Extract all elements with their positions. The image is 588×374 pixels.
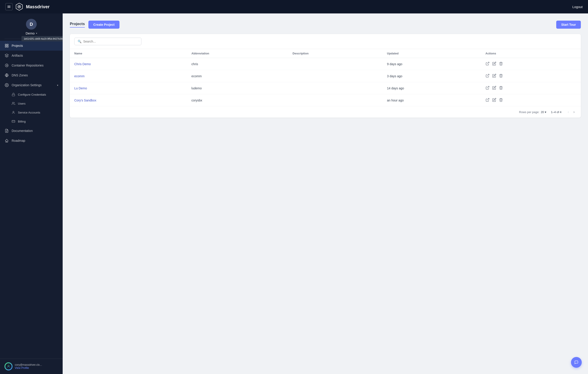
svg-point-5 bbox=[19, 6, 20, 7]
pagination-next-button[interactable]: › bbox=[572, 109, 576, 115]
billing-icon bbox=[12, 120, 15, 123]
cell-abbreviation-0: chris bbox=[187, 58, 288, 70]
sidebar-item-roadmap-label: Roadmap bbox=[12, 139, 25, 143]
svg-rect-0 bbox=[7, 6, 10, 6]
svg-line-18 bbox=[487, 86, 489, 88]
chat-button[interactable] bbox=[571, 357, 582, 368]
cell-name-2: Lu Demo bbox=[70, 82, 187, 94]
action-open-icon-0[interactable] bbox=[485, 62, 490, 66]
header-left: Massdriver bbox=[5, 3, 50, 11]
sidebar-item-dns-zones[interactable]: DNS Zones bbox=[0, 70, 63, 80]
table-body: Chris Demo chris 9 days ago bbox=[70, 58, 581, 106]
main-content: Projects Create Project Start Tour 🔍 Nam… bbox=[63, 13, 588, 374]
sidebar-item-credentials-label: Configure Credentials bbox=[18, 93, 46, 96]
sidebar-item-users[interactable]: Users bbox=[0, 99, 63, 108]
project-link-0[interactable]: Chris Demo bbox=[74, 62, 91, 66]
rows-per-page-selector[interactable]: 20 ▾ bbox=[541, 110, 546, 114]
artifacts-icon bbox=[4, 53, 9, 58]
search-icon: 🔍 bbox=[78, 40, 82, 43]
svg-line-16 bbox=[487, 62, 489, 64]
sidebar: D Demo ▾ 1b5142f1-cb69-4a19-9f5d-8427b38… bbox=[0, 13, 63, 374]
project-link-1[interactable]: ecomm bbox=[74, 74, 84, 78]
action-edit-icon-0[interactable] bbox=[492, 62, 496, 66]
create-project-button[interactable]: Create Project bbox=[88, 21, 119, 29]
sidebar-item-documentation[interactable]: Documentation bbox=[0, 126, 63, 136]
action-open-icon-3[interactable] bbox=[485, 98, 490, 103]
roadmap-icon bbox=[4, 138, 9, 143]
cell-actions-2 bbox=[481, 82, 581, 94]
footer-user-info: cory@massdriver.clo... View Profile bbox=[15, 363, 42, 370]
project-link-2[interactable]: Lu Demo bbox=[74, 87, 87, 90]
cell-actions-3 bbox=[481, 94, 581, 106]
cell-updated-0: 9 days ago bbox=[383, 58, 481, 70]
sidebar-item-users-label: Users bbox=[18, 102, 25, 105]
user-name-row[interactable]: Demo ▾ bbox=[25, 31, 37, 35]
pagination-prev-button[interactable]: ‹ bbox=[566, 109, 571, 115]
svg-point-10 bbox=[12, 102, 13, 103]
sidebar-item-projects-label: Projects bbox=[12, 44, 23, 47]
cell-description-2 bbox=[288, 82, 383, 94]
sidebar-item-org-settings[interactable]: Organization Settings ▾ bbox=[0, 80, 63, 90]
cell-actions-1 bbox=[481, 70, 581, 82]
sidebar-item-documentation-label: Documentation bbox=[12, 129, 33, 132]
table-row: Chris Demo chris 9 days ago bbox=[70, 58, 581, 70]
sidebar-item-roadmap[interactable]: Roadmap bbox=[0, 136, 63, 146]
action-open-icon-1[interactable] bbox=[485, 74, 490, 78]
sidebar-item-artifacts[interactable]: Artifacts bbox=[0, 51, 63, 60]
cell-description-1 bbox=[288, 70, 383, 82]
sidebar-item-projects[interactable]: Projects bbox=[0, 41, 63, 51]
sidebar-footer: cory@massdriver.clo... View Profile bbox=[0, 359, 63, 374]
search-wrapper: 🔍 bbox=[74, 38, 141, 45]
table-row: Cory's Sandbox corysbx an hour ago bbox=[70, 94, 581, 106]
table-row: ecomm ecomm 3 days ago bbox=[70, 70, 581, 82]
page-header-left: Projects Create Project bbox=[70, 21, 119, 29]
sidebar-item-artifacts-label: Artifacts bbox=[12, 54, 23, 57]
action-delete-icon-1[interactable] bbox=[499, 74, 503, 78]
sidebar-item-container-repositories[interactable]: Container Repositories bbox=[0, 60, 63, 70]
action-delete-icon-3[interactable] bbox=[499, 98, 503, 103]
user-name-label: Demo bbox=[25, 31, 34, 35]
cell-name-1: ecomm bbox=[70, 70, 187, 82]
col-header-abbreviation: Abbreviation bbox=[187, 49, 288, 58]
sidebar-item-billing[interactable]: Billing bbox=[0, 117, 63, 126]
pagination-buttons: ‹ › bbox=[566, 109, 576, 115]
cell-abbreviation-3: corysbx bbox=[187, 94, 288, 106]
action-delete-icon-2[interactable] bbox=[499, 86, 503, 90]
search-input[interactable] bbox=[83, 40, 128, 43]
user-name-tooltip-container: Demo ▾ 1b5142f1-cb69-4a19-9f5d-8427b3844… bbox=[25, 31, 37, 35]
sidebar-item-billing-label: Billing bbox=[18, 120, 26, 123]
org-settings-expand-icon: ▾ bbox=[57, 84, 58, 87]
sidebar-toggle-button[interactable] bbox=[5, 3, 12, 10]
dns-icon bbox=[4, 73, 9, 77]
rows-per-page-chevron: ▾ bbox=[545, 110, 546, 114]
action-delete-icon-0[interactable] bbox=[499, 62, 503, 66]
projects-table-card: 🔍 Name Abbreviation Description Updated … bbox=[70, 34, 581, 118]
cell-description-3 bbox=[288, 94, 383, 106]
action-open-icon-2[interactable] bbox=[485, 86, 490, 90]
page-header: Projects Create Project Start Tour bbox=[70, 21, 581, 29]
projects-icon bbox=[4, 44, 9, 48]
action-edit-icon-1[interactable] bbox=[492, 74, 496, 78]
table-row: Lu Demo ludemo 14 days ago bbox=[70, 82, 581, 94]
project-link-3[interactable]: Cory's Sandbox bbox=[74, 99, 96, 102]
action-edit-icon-2[interactable] bbox=[492, 86, 496, 90]
rows-per-page-value: 20 bbox=[541, 110, 544, 114]
svg-rect-9 bbox=[12, 94, 15, 96]
documentation-icon bbox=[4, 129, 9, 133]
cell-abbreviation-2: ludemo bbox=[187, 82, 288, 94]
action-edit-icon-3[interactable] bbox=[492, 98, 496, 103]
users-icon bbox=[12, 102, 15, 105]
tab-projects[interactable]: Projects bbox=[70, 22, 85, 28]
logout-button[interactable]: Logout bbox=[572, 5, 583, 9]
view-profile-link[interactable]: View Profile bbox=[15, 366, 42, 370]
footer-email: cory@massdriver.clo... bbox=[15, 363, 42, 366]
start-tour-button[interactable]: Start Tour bbox=[556, 21, 581, 29]
sidebar-item-configure-credentials[interactable]: Configure Credentials bbox=[0, 90, 63, 99]
svg-point-8 bbox=[6, 85, 7, 86]
cell-updated-3: an hour ago bbox=[383, 94, 481, 106]
app-logo-icon bbox=[15, 3, 23, 11]
svg-point-15 bbox=[8, 365, 9, 366]
main-layout: D Demo ▾ 1b5142f1-cb69-4a19-9f5d-8427b38… bbox=[0, 13, 588, 374]
sidebar-item-service-accounts[interactable]: Service Accounts bbox=[0, 108, 63, 117]
cell-name-0: Chris Demo bbox=[70, 58, 187, 70]
